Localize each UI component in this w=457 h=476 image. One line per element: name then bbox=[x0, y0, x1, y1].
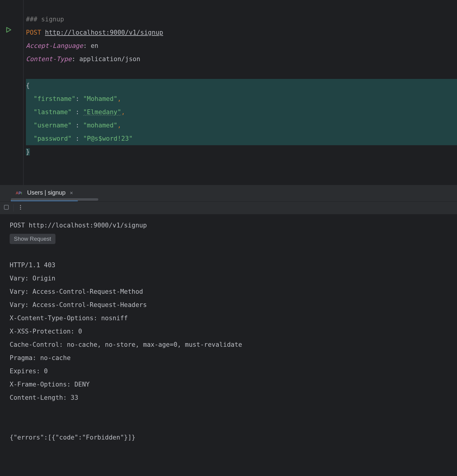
http-method: POST bbox=[26, 29, 41, 36]
response-header: Vary: Origin bbox=[10, 272, 447, 285]
json-field-2: "username" : "mohamed", bbox=[26, 119, 457, 132]
response-header: X-Content-Type-Options: nosniff bbox=[10, 312, 447, 325]
code-area[interactable]: ### signup POST http://localhost:9000/v1… bbox=[24, 0, 457, 185]
svg-rect-1 bbox=[4, 205, 8, 209]
editor-gutter bbox=[0, 0, 24, 185]
run-icon[interactable] bbox=[5, 27, 12, 33]
json-open: { bbox=[26, 79, 457, 92]
request-url: http://localhost:9000/v1/signup bbox=[45, 29, 163, 36]
response-toolbar bbox=[0, 202, 457, 215]
response-body: {"errors":[{"code":"Forbidden"}]} bbox=[10, 431, 447, 444]
response-header: Vary: Access-Control-Request-Method bbox=[10, 285, 447, 298]
header-line-1: Content-Type: application/json bbox=[26, 52, 457, 66]
response-header: Content-Length: 33 bbox=[10, 391, 447, 404]
response-request-line: POST http://localhost:9000/v1/signup bbox=[10, 219, 447, 232]
api-icon: API bbox=[16, 190, 23, 195]
response-header: Pragma: no-cache bbox=[10, 351, 447, 365]
section-marker: ### bbox=[26, 16, 37, 23]
section-header-line: ### signup bbox=[26, 13, 457, 26]
close-icon[interactable]: × bbox=[70, 189, 73, 197]
more-icon[interactable] bbox=[18, 203, 23, 213]
toolbar-divider bbox=[13, 204, 14, 211]
response-pane[interactable]: POST http://localhost:9000/v1/signup Sho… bbox=[0, 215, 457, 448]
editor-pane: ### signup POST http://localhost:9000/v1… bbox=[0, 0, 457, 185]
json-field-1: "lastname" : "Elmedany", bbox=[26, 105, 457, 119]
json-field-3: "password" : "P@s$word!23" bbox=[26, 132, 457, 145]
svg-point-4 bbox=[20, 208, 21, 209]
header-line-0: Accept-Language: en bbox=[26, 39, 457, 52]
response-header: Vary: Access-Control-Request-Headers bbox=[10, 298, 447, 312]
svg-point-2 bbox=[20, 205, 21, 206]
show-request-button[interactable]: Show Request bbox=[10, 234, 55, 244]
tab-title: Users | signup bbox=[27, 188, 65, 197]
request-line: POST http://localhost:9000/v1/signup bbox=[26, 26, 457, 39]
response-header: X-Frame-Options: DENY bbox=[10, 378, 447, 391]
blank-line bbox=[26, 66, 457, 79]
json-close: } bbox=[26, 145, 457, 158]
svg-point-3 bbox=[20, 207, 21, 208]
stop-icon[interactable] bbox=[4, 203, 9, 213]
svg-text:API: API bbox=[16, 191, 22, 195]
section-name: signup bbox=[41, 16, 64, 23]
response-header: X-XSS-Protection: 0 bbox=[10, 325, 447, 338]
response-header: Expires: 0 bbox=[10, 365, 447, 378]
tab-scrollbar[interactable] bbox=[11, 198, 98, 201]
response-header: Cache-Control: no-cache, no-store, max-a… bbox=[10, 338, 447, 351]
tab-bar: API Users | signup × bbox=[0, 185, 457, 202]
response-status-line: HTTP/1.1 403 bbox=[10, 258, 447, 272]
json-field-0: "firstname": "Mohamed", bbox=[26, 92, 457, 105]
